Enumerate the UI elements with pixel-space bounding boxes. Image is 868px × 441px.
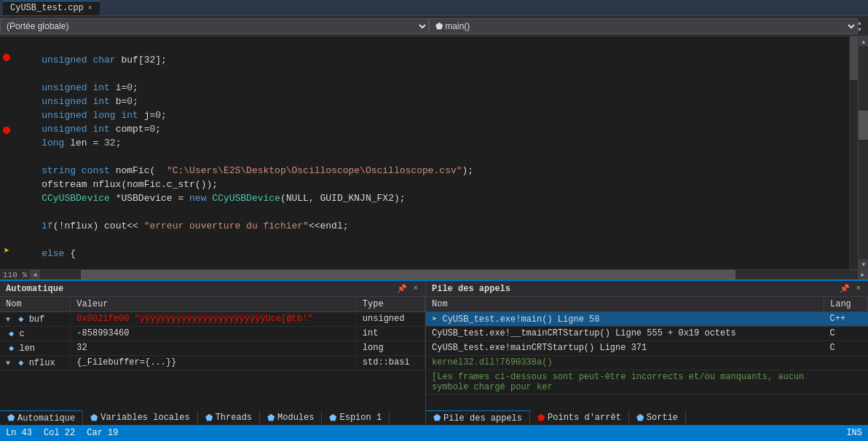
h-scroll-left-btn[interactable]: ◀ (30, 270, 40, 280)
indicator-17 (0, 233, 13, 245)
stack-close-icon[interactable]: × (854, 284, 862, 293)
line-indicators: ➤ (0, 36, 13, 269)
stack-panel-title: Pile des appels (432, 284, 838, 294)
indicator-2 (0, 52, 13, 64)
auto-panel-icons: 📌 × (395, 284, 419, 293)
stack-row-lang-4 (824, 370, 868, 394)
indicator-11 (0, 160, 13, 172)
status-col: Col 22 (44, 428, 75, 438)
auto-row-type-2: long (356, 341, 425, 355)
stack-row[interactable]: [Les frames ci-dessous sont peut-être in… (426, 370, 868, 394)
horizontal-scrollbar: 110 % ◀ ▶ (0, 269, 868, 279)
tab-auto-label: Automatique (17, 413, 75, 424)
tab-pile[interactable]: ⬟ Pile des appels (426, 410, 530, 425)
title-bar: CyUSB_test.cpp × (0, 0, 868, 16)
stack-pin-icon[interactable]: 📌 (838, 284, 851, 293)
indicator-9 (0, 136, 13, 148)
close-icon[interactable]: × (88, 4, 92, 12)
tab-threads[interactable]: ⬟ Threads (198, 410, 260, 425)
scroll-up-btn[interactable]: ▲ (859, 36, 868, 47)
auto-table-row[interactable]: ▼ ◆ buf 0x0021fe00 "ÿÿÿÿÿÿÿÿÿÿÿÿÿÿÿÿÿÿÿÿ… (0, 311, 425, 326)
stack-row-lang-2: C (824, 341, 868, 355)
stack-row-name-2: CyUSB_test.exe!mainCRTStartup() Ligne 37… (426, 341, 824, 355)
tab-filename: CyUSB_test.cpp (10, 3, 84, 13)
left-tabs: ⬟ Automatique ⬟ Variables locales ⬟ Thre… (0, 410, 426, 425)
tab-auto-icon: ⬟ (7, 413, 15, 424)
minimap-bar (849, 36, 858, 269)
stack-panel-header: Pile des appels 📌 × (426, 281, 868, 297)
auto-panel: Automatique 📌 × Nom Valeur Type ▼ ◆ (0, 281, 426, 410)
status-car: Car 19 (87, 428, 118, 438)
tab-points[interactable]: ⬟ Points d'arrêt (530, 410, 629, 425)
stack-panel: Pile des appels 📌 × Nom Lang ➤ CyUSB_tes… (426, 281, 868, 410)
tab-modules-icon: ⬟ (267, 413, 275, 424)
code-area[interactable]: unsigned char buf[32]; unsigned int i=0;… (13, 36, 849, 269)
auto-table-row[interactable]: ▼ ◆ nflux {_Filebuffer={...}} std::basi (0, 355, 425, 370)
tab-sortie[interactable]: ⬟ Sortie (629, 410, 686, 425)
scrollbar-thumb[interactable] (859, 111, 868, 140)
auto-table-row[interactable]: ◆ len 32 long (0, 341, 425, 355)
auto-row-name-1: ◆ c (0, 326, 71, 341)
scroll-down-btn[interactable]: ▼ (859, 259, 868, 269)
indicator-4 (0, 76, 13, 88)
var-name-2: len (19, 343, 35, 354)
stack-table: Nom Lang ➤ CyUSB_test.exe!main() Ligne 5… (426, 297, 868, 394)
func-select[interactable]: ⬟ main() (429, 18, 858, 34)
status-ins: INS (846, 428, 862, 438)
indicator-13 (0, 184, 13, 196)
scope-bar: (Portée globale) ⬟ main() ▲ ▼ (0, 16, 868, 36)
stack-row[interactable]: ➤ CyUSB_test.exe!main() Ligne 58 C++ (426, 311, 868, 326)
stack-col-lang: Lang (824, 297, 868, 311)
stack-row-lang-1: C (824, 326, 868, 341)
status-bar: Ln 43 Col 22 Car 19 INS (0, 425, 868, 441)
tab-espion-label: Espion 1 (339, 413, 382, 423)
tab-modules-label: Modules (277, 413, 314, 423)
stack-row-name-0: ➤ CyUSB_test.exe!main() Ligne 58 (426, 311, 824, 326)
auto-panel-scroll[interactable]: Nom Valeur Type ▼ ◆ buf 0x0021fe00 "ÿÿÿÿ… (0, 297, 425, 410)
stack-row[interactable]: CyUSB_test.exe!__tmainCRTStartup() Ligne… (426, 326, 868, 341)
indicator-8 (0, 124, 13, 136)
scroll-down-icon[interactable]: ▼ (858, 26, 868, 33)
auto-row-name-0: ▼ ◆ buf (0, 311, 71, 326)
stack-panel-icons: 📌 × (838, 284, 862, 293)
auto-row-type-3: std::basi (356, 355, 425, 370)
tab-variables[interactable]: ⬟ Variables locales (83, 410, 197, 425)
auto-row-name-2: ◆ len (0, 341, 71, 355)
editor-tab[interactable]: CyUSB_test.cpp × (3, 1, 100, 15)
breakpoint-2[interactable] (3, 127, 10, 134)
tab-espion[interactable]: ⬟ Espion 1 (322, 410, 390, 425)
tab-var-label: Variables locales (100, 413, 189, 423)
indicator-14 (0, 196, 13, 209)
expand-btn-3[interactable]: ▼ (6, 359, 10, 368)
col-nom: Nom (0, 297, 71, 311)
scroll-up-icon[interactable]: ▲ (858, 20, 868, 26)
indicator-3 (0, 63, 13, 76)
pin-icon[interactable]: 📌 (395, 284, 409, 293)
var-icon-1: ◆ (9, 329, 14, 339)
close-panel-icon[interactable]: × (411, 284, 419, 293)
stack-row[interactable]: CyUSB_test.exe!mainCRTStartup() Ligne 37… (426, 341, 868, 355)
tab-points-label: Points d'arrêt (548, 413, 621, 423)
var-icon-3: ◆ (18, 358, 23, 368)
stack-panel-scroll[interactable]: Nom Lang ➤ CyUSB_test.exe!main() Ligne 5… (426, 297, 868, 410)
var-icon-2: ◆ (9, 343, 14, 354)
breakpoint-1[interactable] (3, 54, 10, 61)
vertical-scrollbar: ▲ ▼ (858, 36, 868, 269)
expand-btn-0[interactable]: ▼ (6, 316, 10, 324)
h-scroll-right-btn[interactable]: ▶ (858, 270, 868, 280)
h-scroll-thumb[interactable] (81, 270, 735, 279)
var-name-0: buf (29, 314, 45, 325)
tab-modules[interactable]: ⬟ Modules (260, 410, 322, 425)
auto-table-row[interactable]: ◆ c -858993460 int (0, 326, 425, 341)
status-ln: Ln 43 (6, 428, 32, 438)
auto-row-type-0: unsigned (356, 311, 425, 326)
scope-select[interactable]: (Portée globale) (0, 18, 429, 34)
tab-points-icon: ⬟ (537, 413, 545, 424)
scroll-arrows: ▲ ▼ (858, 20, 868, 33)
auto-row-value-3: {_Filebuffer={...}} (71, 355, 356, 370)
tab-bar-container: ⬟ Automatique ⬟ Variables locales ⬟ Thre… (0, 410, 868, 425)
tab-pile-icon: ⬟ (433, 413, 441, 424)
indicator-15 (0, 209, 13, 221)
stack-row[interactable]: kernel32.dll!7690338a() (426, 355, 868, 370)
tab-automatique[interactable]: ⬟ Automatique (0, 410, 83, 425)
